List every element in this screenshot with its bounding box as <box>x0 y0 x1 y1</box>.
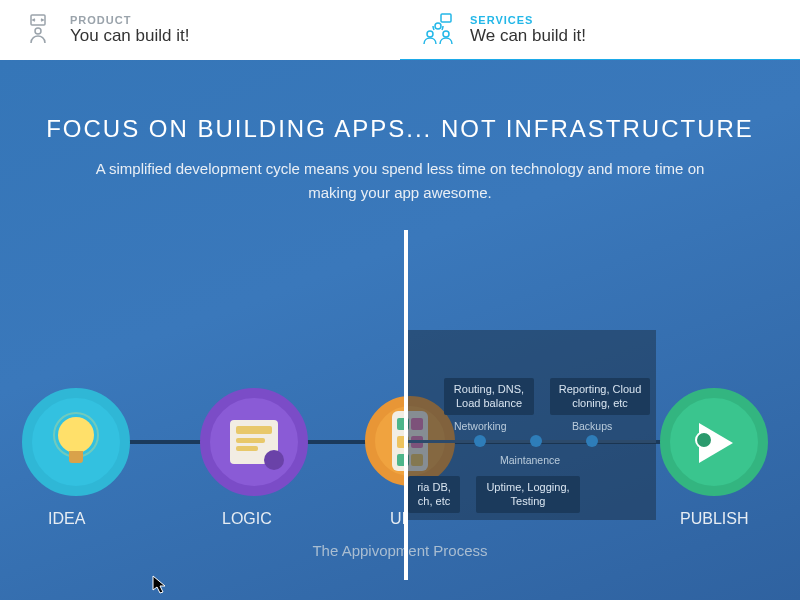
hero-subtitle: A simplified development cycle means you… <box>80 157 720 205</box>
code-window-icon <box>230 420 278 464</box>
lightbulb-icon <box>56 417 96 467</box>
svg-point-4 <box>427 31 433 37</box>
product-title: You can build it! <box>70 26 189 46</box>
svg-point-5 <box>443 31 449 37</box>
header-tabs: PRODUCT You can build it! SERVICES We ca… <box>0 0 800 60</box>
tag-backups: Backups <box>572 420 612 434</box>
hero-title: FOCUS ON BUILDING APPS... NOT INFRASTRUC… <box>0 60 800 143</box>
node-publish <box>660 388 768 496</box>
svg-rect-2 <box>441 14 451 22</box>
label-idea: IDEA <box>48 510 85 528</box>
tab-services[interactable]: SERVICES We can build it! <box>400 0 800 60</box>
tag-routing: Routing, DNS, Load balance <box>444 378 534 415</box>
tag-uptime: Uptime, Logging, Testing <box>476 476 580 513</box>
tag-db: ria DB, ch, etc <box>408 476 460 513</box>
hero-section: FOCUS ON BUILDING APPS... NOT INFRASTRUC… <box>0 60 800 600</box>
infra-dot <box>474 435 486 447</box>
tag-reporting: Reporting, Cloud cloning, etc <box>550 378 650 415</box>
gear-icon <box>264 450 284 470</box>
services-title: We can build it! <box>470 26 586 46</box>
label-logic: LOGIC <box>222 510 272 528</box>
svg-point-3 <box>435 23 441 29</box>
tag-networking: Networking <box>454 420 507 434</box>
tab-product[interactable]: PRODUCT You can build it! <box>0 0 400 60</box>
infra-dot <box>530 435 542 447</box>
label-publish: PUBLISH <box>680 510 748 528</box>
support-team-icon <box>420 12 456 48</box>
tag-maintenance: Maintanence <box>500 454 560 468</box>
flow-caption: The Appivopment Process <box>0 542 800 559</box>
comparison-slider-handle[interactable] <box>404 230 408 580</box>
app-store-icon <box>689 417 739 467</box>
node-idea <box>22 388 130 496</box>
svg-point-1 <box>35 28 41 34</box>
cursor-icon <box>152 575 168 595</box>
infra-dot <box>586 435 598 447</box>
developer-icon <box>20 12 56 48</box>
product-eyebrow: PRODUCT <box>70 14 189 26</box>
services-eyebrow: SERVICES <box>470 14 586 26</box>
node-logic <box>200 388 308 496</box>
process-flow: IDEA LOGIC UI PUBLISH The Appivopment Pr… <box>0 330 800 570</box>
